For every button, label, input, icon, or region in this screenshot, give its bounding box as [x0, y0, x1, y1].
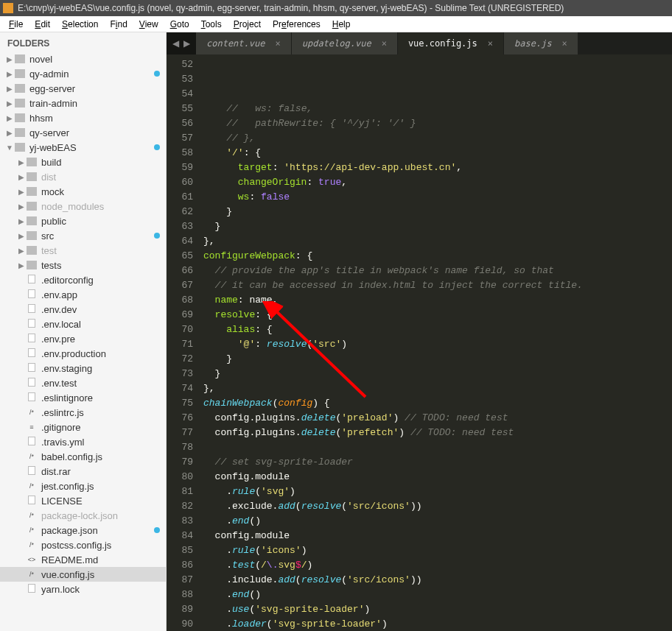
chevron-right-icon[interactable]: ▶: [18, 232, 25, 240]
code-line[interactable]: '@': resolve('src'): [203, 337, 672, 352]
file-item[interactable]: .eslintignore: [0, 390, 166, 405]
code-line[interactable]: config.plugins.delete('prefetch') // TOD…: [203, 426, 672, 440]
file-item[interactable]: yarn.lock: [0, 582, 166, 596]
chevron-right-icon[interactable]: ▶: [18, 202, 25, 211]
code-line[interactable]: },: [203, 234, 672, 249]
sidebar[interactable]: FOLDERS ▶novel▶qy-admin▶egg-server▶train…: [0, 32, 167, 631]
code-line[interactable]: changeOrigin: true,: [203, 175, 672, 190]
file-item[interactable]: .env.production: [0, 346, 166, 361]
menu-preferences[interactable]: Preferences: [267, 18, 326, 31]
folder-item[interactable]: ▶node_modules: [0, 199, 166, 214]
code-line[interactable]: config.module: [203, 470, 672, 484]
code-line[interactable]: // set svg-sprite-loader: [203, 455, 672, 470]
code-line[interactable]: .rule('icons'): [203, 543, 672, 558]
code-line[interactable]: config.module: [203, 529, 672, 543]
file-item[interactable]: .travis.yml: [0, 434, 166, 449]
menu-edit[interactable]: Edit: [29, 18, 56, 31]
code-line[interactable]: '/': {: [203, 146, 672, 161]
chevron-right-icon[interactable]: ▶: [6, 70, 13, 78]
chevron-right-icon[interactable]: ▶: [6, 99, 13, 107]
code-content[interactable]: // ws: false, // pathRewrite: { '^/yj': …: [203, 54, 672, 631]
close-icon[interactable]: ×: [382, 38, 387, 49]
folder-item[interactable]: ▶build: [0, 155, 166, 169]
code-line[interactable]: .use('svg-sprite-loader'): [203, 602, 672, 617]
chevron-right-icon[interactable]: ▶: [6, 55, 13, 63]
folder-item[interactable]: ▶novel: [0, 52, 166, 66]
close-icon[interactable]: ×: [275, 38, 280, 49]
code-line[interactable]: }: [203, 205, 672, 219]
file-item[interactable]: /*vue.config.js: [0, 567, 166, 582]
file-item[interactable]: .env.test: [0, 376, 166, 390]
file-item[interactable]: dist.rar: [0, 464, 166, 479]
tab[interactable]: vue.config.js×: [398, 32, 504, 54]
tab[interactable]: updatelog.vue×: [292, 32, 398, 54]
file-item[interactable]: /*package.json: [0, 523, 166, 537]
tab[interactable]: base.js×: [504, 32, 578, 54]
file-item[interactable]: ≡.gitignore: [0, 420, 166, 434]
file-item[interactable]: /*postcss.config.js: [0, 537, 166, 552]
folder-item[interactable]: ▼yj-webEAS: [0, 140, 166, 155]
chevron-left-icon[interactable]: ◀: [172, 38, 179, 49]
menu-project[interactable]: Project: [228, 18, 267, 31]
code-line[interactable]: alias: {: [203, 322, 672, 337]
tab-nav[interactable]: ◀ ▶: [167, 32, 196, 54]
file-item[interactable]: /*package-lock.json: [0, 508, 166, 523]
code-line[interactable]: .include.add(resolve('src/icons')): [203, 573, 672, 588]
code-line[interactable]: .exclude.add(resolve('src/icons')): [203, 499, 672, 514]
code-line[interactable]: target: 'https://api-dev-app.ubest.cn',: [203, 161, 672, 175]
file-item[interactable]: .env.staging: [0, 361, 166, 376]
chevron-down-icon[interactable]: ▼: [6, 144, 13, 152]
file-item[interactable]: .editorconfig: [0, 272, 166, 287]
code-line[interactable]: }: [203, 367, 672, 381]
folder-item[interactable]: ▶public: [0, 214, 166, 228]
menu-goto[interactable]: Goto: [164, 18, 195, 31]
folder-item[interactable]: ▶mock: [0, 184, 166, 199]
file-item[interactable]: /*.eslintrc.js: [0, 405, 166, 420]
code-line[interactable]: chainWebpack(config) {: [203, 396, 672, 411]
code-line[interactable]: config.plugins.delete('preload') // TODO…: [203, 411, 672, 426]
menu-find[interactable]: Find: [104, 18, 133, 31]
folder-item[interactable]: ▶train-admin: [0, 96, 166, 110]
menu-help[interactable]: Help: [326, 18, 357, 31]
code-line[interactable]: // ws: false,: [203, 102, 672, 116]
chevron-right-icon[interactable]: ▶: [18, 158, 25, 166]
code-line[interactable]: }: [203, 352, 672, 367]
file-item[interactable]: .env.pre: [0, 331, 166, 346]
code-area[interactable]: 5253545556575859606162636465666768697071…: [167, 54, 672, 631]
folder-item[interactable]: ▶test: [0, 243, 166, 258]
file-item[interactable]: <>README.md: [0, 552, 166, 567]
code-line[interactable]: // provide the app's title in webpack's …: [203, 264, 672, 278]
file-item[interactable]: LICENSE: [0, 493, 166, 508]
chevron-right-icon[interactable]: ▶: [18, 247, 25, 255]
code-line[interactable]: // pathRewrite: { '^/yj': '/' }: [203, 116, 672, 131]
chevron-right-icon[interactable]: ▶: [18, 188, 25, 196]
folder-item[interactable]: ▶tests: [0, 258, 166, 272]
code-line[interactable]: .end(): [203, 588, 672, 602]
code-line[interactable]: .rule('svg'): [203, 484, 672, 499]
chevron-right-icon[interactable]: ▶: [6, 129, 13, 137]
code-line[interactable]: ws: false: [203, 190, 672, 205]
menu-view[interactable]: View: [133, 18, 164, 31]
chevron-right-icon[interactable]: ▶: [183, 38, 190, 49]
menu-tools[interactable]: Tools: [195, 18, 228, 31]
folder-tree[interactable]: ▶novel▶qy-admin▶egg-server▶train-admin▶h…: [0, 52, 166, 596]
code-line[interactable]: resolve: {: [203, 308, 672, 322]
code-line[interactable]: // it can be accessed in index.html to i…: [203, 278, 672, 293]
menu-selection[interactable]: Selection: [56, 18, 104, 31]
folder-item[interactable]: ▶egg-server: [0, 81, 166, 96]
code-line[interactable]: .test(/\.svg$/): [203, 558, 672, 573]
code-line[interactable]: name: name,: [203, 293, 672, 308]
code-line[interactable]: .loader('svg-sprite-loader'): [203, 617, 672, 631]
code-line[interactable]: },: [203, 381, 672, 396]
menu-file[interactable]: File: [3, 18, 29, 31]
code-line[interactable]: // },: [203, 131, 672, 146]
folder-item[interactable]: ▶qy-admin: [0, 66, 166, 81]
chevron-right-icon[interactable]: ▶: [18, 173, 25, 181]
chevron-right-icon[interactable]: ▶: [6, 85, 13, 93]
folder-item[interactable]: ▶qy-server: [0, 125, 166, 140]
folder-item[interactable]: ▶hhsm: [0, 110, 166, 125]
file-item[interactable]: .env.app: [0, 287, 166, 302]
file-item[interactable]: /*babel.config.js: [0, 449, 166, 464]
chevron-right-icon[interactable]: ▶: [18, 261, 25, 269]
close-icon[interactable]: ×: [562, 38, 567, 49]
